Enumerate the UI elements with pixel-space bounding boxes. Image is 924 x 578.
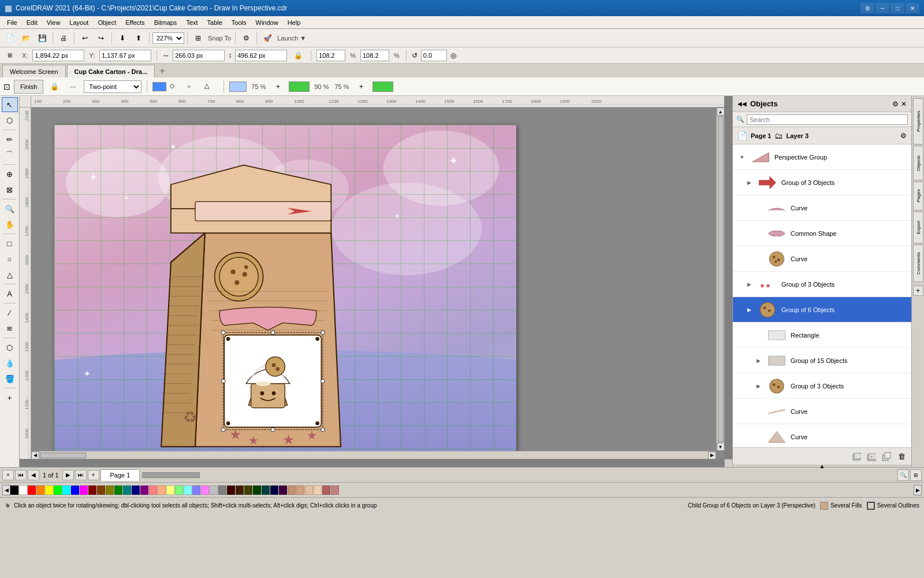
color-swatch[interactable] <box>45 486 53 495</box>
color-swatch[interactable] <box>244 486 252 495</box>
color-swatch[interactable] <box>71 486 79 495</box>
text-tool[interactable]: A <box>2 286 18 301</box>
color-swatch[interactable] <box>80 486 88 495</box>
settings-btn[interactable]: ⚙ <box>860 3 874 13</box>
obj-row-group15[interactable]: ▶ Group of 15 Objects <box>733 348 911 373</box>
color-swatch[interactable] <box>314 486 322 495</box>
scale-y-input[interactable] <box>360 50 389 61</box>
color-swatch[interactable] <box>210 486 218 495</box>
color2-preview[interactable] <box>289 81 310 92</box>
obj-row-group3-cookie[interactable]: ▶ Group of 3 Objects <box>733 373 911 399</box>
maximize-btn[interactable]: □ <box>891 3 904 13</box>
launch-btn[interactable]: 🚀 <box>260 31 275 45</box>
obj-row-curve3[interactable]: ▶ Curve <box>733 399 911 424</box>
select-tool[interactable]: ↖ <box>2 97 18 112</box>
page-next-btn[interactable]: ▶ <box>62 470 74 480</box>
obj-row-rect1[interactable]: ▶ Rectangle <box>733 323 911 348</box>
tab-objects-side[interactable]: Objects <box>913 146 923 180</box>
color-swatch[interactable] <box>19 486 27 495</box>
tab-export-side[interactable]: Export <box>913 212 923 243</box>
fill-indicator[interactable] <box>820 502 828 510</box>
new-layer-btn2[interactable]: + <box>865 451 878 462</box>
expand-perspective[interactable]: ▼ <box>737 153 747 162</box>
zoom-combo[interactable]: 227% 100% 75% <box>152 32 184 44</box>
zoom-fit-btn[interactable]: 🔍 <box>897 469 909 481</box>
delete-btn[interactable]: 🗑 <box>895 451 908 462</box>
canvas-area[interactable]: 100 200 300 400 500 600 700 800 900 1000… <box>20 96 732 467</box>
options-btn[interactable]: ⚙ <box>239 31 254 45</box>
color-swatch[interactable] <box>149 486 157 495</box>
color-swatch[interactable] <box>236 486 244 495</box>
layer-settings-btn[interactable]: ⚙ <box>900 132 907 140</box>
obj-row-curve2[interactable]: ▶ Curve <box>733 246 911 272</box>
h-input[interactable] <box>235 50 287 61</box>
menu-view[interactable]: View <box>42 18 65 27</box>
color3-preview[interactable] <box>372 81 393 92</box>
opacity1-plus[interactable]: + <box>270 80 285 94</box>
new-layer-btn[interactable] <box>850 451 863 462</box>
color-swatch[interactable] <box>305 486 313 495</box>
pan-tool[interactable]: ✋ <box>2 217 18 232</box>
menu-window[interactable]: Window <box>251 18 283 27</box>
color-swatch[interactable] <box>270 486 278 495</box>
expand-group15[interactable]: ▶ <box>754 356 763 365</box>
page-first-btn[interactable]: ⏮ <box>15 470 27 480</box>
tab-properties[interactable]: Properties <box>913 98 923 144</box>
y-input[interactable] <box>99 50 151 61</box>
panel-expand-btn[interactable]: ◀◀ <box>737 101 747 107</box>
color-swatch[interactable] <box>114 486 122 495</box>
color-swatch[interactable] <box>132 486 140 495</box>
redo-btn[interactable]: ↪ <box>94 31 109 45</box>
color-swatch[interactable] <box>140 486 148 495</box>
undo-btn[interactable]: ↩ <box>77 31 92 45</box>
color-swatch[interactable] <box>106 486 114 495</box>
color-swatch[interactable] <box>62 486 70 495</box>
plus-tool[interactable]: + <box>2 390 18 405</box>
color-swatch[interactable] <box>10 486 18 495</box>
scroll-thumb-v[interactable] <box>718 116 724 442</box>
page-add-left-btn[interactable]: + <box>2 470 14 480</box>
color-swatch[interactable] <box>36 486 44 495</box>
minimize-btn[interactable]: ─ <box>875 3 889 13</box>
color-swatch[interactable] <box>192 486 200 495</box>
fill-tool[interactable]: ⬡ <box>2 340 18 355</box>
color-swatch[interactable] <box>54 486 62 495</box>
tab-add[interactable]: + <box>156 65 169 77</box>
panel-settings-btn[interactable]: ⚙ <box>892 100 899 108</box>
obj-row-common-shape[interactable]: ▶ Common Shape <box>733 221 911 246</box>
ellipse-tool[interactable]: ○ <box>2 251 18 266</box>
obj-row-group3-stars[interactable]: ▶ ★★ Group of 3 Objects <box>733 272 911 297</box>
snap-btn[interactable]: ⊞ <box>191 31 206 45</box>
palette-scroll-right[interactable]: ▶ <box>914 485 922 495</box>
obj-row-perspective-group[interactable]: ▼ Perspective Group <box>733 144 911 170</box>
persp-mode-combo[interactable]: Two-point <box>84 80 141 93</box>
lock-ratio-btn[interactable]: 🔒 <box>290 49 305 62</box>
rotation-input[interactable] <box>421 50 447 61</box>
color-swatch[interactable] <box>322 486 330 495</box>
horizontal-scrollbar[interactable]: ◀ ▶ <box>31 451 716 459</box>
menu-text[interactable]: Text <box>181 18 202 27</box>
color-swatch[interactable] <box>123 486 131 495</box>
color-swatch[interactable] <box>331 486 339 495</box>
obj-row-group3-top[interactable]: ▶ Group of 3 Objects <box>733 170 911 195</box>
freehand-tool[interactable]: ✏ <box>2 132 18 147</box>
menu-layout[interactable]: Layout <box>65 18 93 27</box>
color-swatch[interactable] <box>175 486 183 495</box>
expand-group3-top[interactable]: ▶ <box>744 178 754 187</box>
import-btn[interactable]: ⬇ <box>115 31 130 45</box>
color-swatch[interactable] <box>88 486 96 495</box>
color-swatch[interactable] <box>184 486 192 495</box>
scroll-thumb-h[interactable] <box>40 453 86 458</box>
fill-preview[interactable] <box>229 81 247 92</box>
tab-document[interactable]: Cup Cake Carton - Dra... <box>67 65 155 77</box>
print-btn[interactable]: 🖨 <box>56 31 71 45</box>
page-tab-1[interactable]: Page 1 <box>100 469 140 481</box>
scroll-down-btn[interactable]: ▼ <box>717 443 725 451</box>
transform-tool[interactable]: ⊕ <box>2 166 18 181</box>
export-btn[interactable]: ⬆ <box>131 31 146 45</box>
x-input[interactable] <box>32 50 84 61</box>
tab-pages-side[interactable]: Pages <box>913 181 923 210</box>
blend-tool[interactable]: ≋ <box>2 321 18 336</box>
horiz-scroll-area[interactable] <box>141 471 896 479</box>
color-swatch[interactable] <box>158 486 166 495</box>
